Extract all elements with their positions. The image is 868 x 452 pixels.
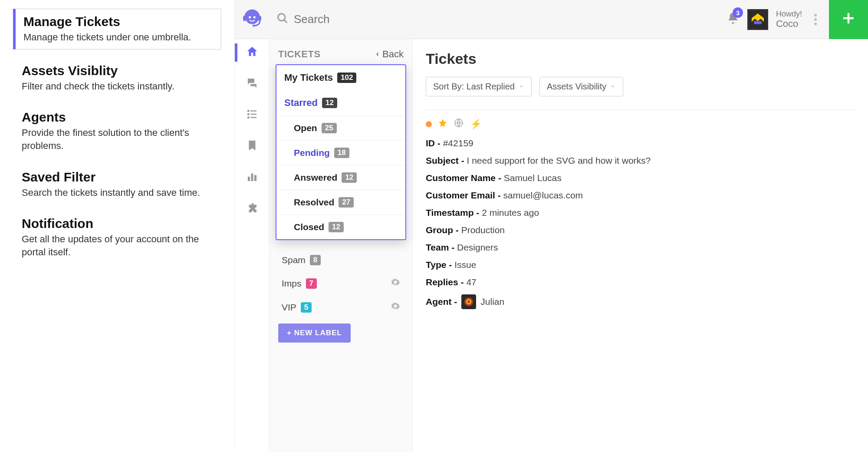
user-avatar[interactable] bbox=[747, 9, 768, 30]
caret-down-icon bbox=[610, 82, 616, 92]
sub-pending[interactable]: Pending 18 bbox=[276, 140, 405, 165]
feature-manage-tickets[interactable]: Manage Tickets Manage the tickets under … bbox=[13, 9, 221, 49]
chevron-left-icon bbox=[375, 49, 381, 60]
agent-value: Julian bbox=[480, 297, 504, 307]
nav-home[interactable] bbox=[244, 44, 260, 61]
tickets-sidebar: TICKETS Back My Tickets 102 Starred 12 O… bbox=[270, 39, 413, 452]
item-label: Starred bbox=[284, 97, 318, 109]
customer-name-label: Customer Name - bbox=[426, 173, 504, 183]
subject-value: I need support for the SVG and how it wo… bbox=[467, 155, 651, 165]
user-menu-button[interactable] bbox=[810, 14, 821, 25]
nav-analytics[interactable] bbox=[244, 169, 260, 186]
globe-icon bbox=[454, 118, 464, 130]
item-count: 5 bbox=[301, 302, 312, 313]
svg-rect-18 bbox=[248, 177, 250, 181]
my-tickets-item[interactable]: My Tickets 102 bbox=[276, 65, 405, 90]
sub-open[interactable]: Open 25 bbox=[276, 115, 405, 140]
bookmark-icon bbox=[246, 139, 259, 154]
feature-title: Saved Filter bbox=[22, 170, 213, 185]
app-logo[interactable] bbox=[235, 7, 270, 32]
type-label: Type - bbox=[426, 260, 454, 270]
feature-desc: Provide the finest solution to the clien… bbox=[22, 126, 213, 152]
app-window: 3 Howdy! Coco bbox=[234, 0, 868, 452]
vip-item[interactable]: VIP5 bbox=[278, 295, 404, 319]
nav-bookmark[interactable] bbox=[244, 138, 260, 155]
sub-label: Open bbox=[294, 123, 317, 133]
id-value: #42159 bbox=[443, 138, 473, 148]
item-label: Imps bbox=[282, 278, 302, 289]
list-icon bbox=[246, 108, 259, 123]
caret-down-icon bbox=[518, 82, 524, 92]
imps-item[interactable]: Imps7 bbox=[278, 271, 404, 295]
bolt-icon: ⚡ bbox=[470, 119, 482, 130]
assets-visibility-dropdown[interactable]: Assets Visibility bbox=[539, 77, 623, 96]
agent-avatar bbox=[461, 294, 476, 309]
svg-point-4 bbox=[253, 16, 256, 18]
group-label: Group - bbox=[426, 225, 461, 235]
sort-dropdown[interactable]: Sort By: Last Replied bbox=[426, 77, 532, 96]
item-count: 102 bbox=[337, 73, 356, 83]
sub-closed[interactable]: Closed 12 bbox=[276, 214, 405, 239]
svg-point-14 bbox=[247, 113, 249, 115]
username-label: Coco bbox=[776, 18, 802, 29]
sub-count: 18 bbox=[334, 148, 349, 158]
sub-count: 27 bbox=[339, 197, 354, 208]
add-button[interactable] bbox=[829, 0, 868, 39]
item-count: 7 bbox=[306, 278, 317, 289]
feature-desc: Manage the tickets under one umbrella. bbox=[23, 31, 213, 44]
spam-item[interactable]: Spam8 bbox=[278, 249, 404, 271]
user-block: Howdy! Coco bbox=[776, 10, 802, 30]
customer-email-label: Customer Email - bbox=[426, 190, 503, 200]
svg-line-7 bbox=[284, 20, 287, 23]
svg-rect-1 bbox=[243, 16, 246, 21]
svg-point-16 bbox=[247, 116, 249, 119]
lower-filter-list: Spam8 Imps7 VIP5 bbox=[278, 249, 404, 319]
nav-rail bbox=[235, 39, 270, 452]
svg-point-3 bbox=[249, 16, 251, 18]
gear-icon[interactable] bbox=[391, 277, 400, 289]
nav-plugins[interactable] bbox=[244, 201, 260, 217]
nav-list[interactable] bbox=[244, 107, 260, 123]
item-label: VIP bbox=[282, 302, 296, 313]
team-label: Team - bbox=[426, 242, 457, 252]
search-input[interactable] bbox=[294, 13, 424, 26]
plus-icon bbox=[841, 10, 856, 28]
item-count: 8 bbox=[310, 255, 321, 265]
customer-name-value: Samuel Lucas bbox=[504, 173, 562, 183]
sub-answered[interactable]: Answered 12 bbox=[276, 165, 405, 190]
agent-label: Agent - bbox=[426, 297, 457, 307]
svg-point-6 bbox=[278, 14, 285, 21]
sub-label: Pending bbox=[294, 148, 330, 158]
nav-chat[interactable] bbox=[244, 76, 260, 92]
replies-value: 47 bbox=[466, 277, 476, 287]
status-dot-icon bbox=[426, 121, 432, 127]
feature-agents[interactable]: Agents Provide the finest solution to th… bbox=[13, 106, 221, 155]
feature-title: Assets Visiblity bbox=[22, 63, 213, 78]
feature-desc: Search the tickets instantly and save ti… bbox=[22, 186, 213, 199]
feature-title: Notification bbox=[22, 216, 213, 231]
svg-rect-9 bbox=[754, 21, 762, 24]
sub-count: 12 bbox=[342, 172, 357, 183]
gear-icon[interactable] bbox=[391, 301, 400, 313]
star-icon[interactable] bbox=[438, 118, 447, 130]
timestamp-label: Timestamp - bbox=[426, 208, 482, 218]
svg-rect-19 bbox=[251, 173, 253, 181]
feature-notification[interactable]: Notification Get all the updates of your… bbox=[13, 213, 221, 262]
greeting-label: Howdy! bbox=[776, 10, 802, 19]
svg-point-5 bbox=[253, 24, 255, 26]
notifications-button[interactable]: 3 bbox=[727, 12, 740, 27]
svg-rect-20 bbox=[254, 175, 256, 181]
search-bar bbox=[270, 12, 727, 26]
item-label: My Tickets bbox=[284, 72, 333, 83]
timestamp-value: 2 minutes ago bbox=[482, 208, 539, 218]
sidebar-title: TICKETS bbox=[278, 49, 321, 60]
feature-saved-filter[interactable]: Saved Filter Search the tickets instantl… bbox=[13, 166, 221, 203]
svg-rect-15 bbox=[250, 113, 256, 115]
starred-item[interactable]: Starred 12 bbox=[276, 90, 405, 115]
new-label-button[interactable]: + NEW LABEL bbox=[278, 323, 351, 343]
back-button[interactable]: Back bbox=[375, 49, 404, 60]
topbar: 3 Howdy! Coco bbox=[235, 0, 868, 39]
id-label: ID - bbox=[426, 138, 443, 148]
sub-resolved[interactable]: Resolved 27 bbox=[276, 190, 405, 214]
feature-assets-visibility[interactable]: Assets Visiblity Filter and check the ti… bbox=[13, 60, 221, 96]
